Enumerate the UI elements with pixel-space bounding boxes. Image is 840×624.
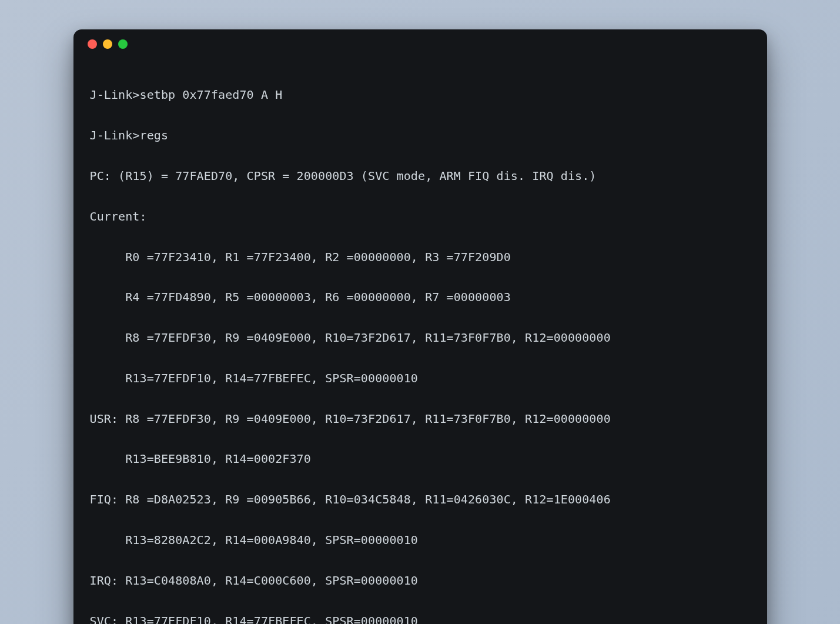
minimize-button[interactable] <box>103 39 112 49</box>
terminal-line: J-Link>setbp 0x77faed70 A H <box>90 85 751 105</box>
terminal-line: SVC: R13=77EFDF10, R14=77FBEFEC, SPSR=00… <box>90 611 751 624</box>
terminal-line: PC: (R15) = 77FAED70, CPSR = 200000D3 (S… <box>90 166 751 186</box>
terminal-line: USR: R8 =77EFDF30, R9 =0409E000, R10=73F… <box>90 409 751 429</box>
terminal-line: R13=77EFDF10, R14=77FBEFEC, SPSR=0000001… <box>90 368 751 388</box>
terminal-output[interactable]: J-Link>setbp 0x77faed70 A H J-Link>regs … <box>73 59 767 624</box>
terminal-line: FIQ: R8 =D8A02523, R9 =00905B66, R10=034… <box>90 489 751 509</box>
close-button[interactable] <box>88 39 97 49</box>
terminal-line: R13=BEE9B810, R14=0002F370 <box>90 449 751 469</box>
terminal-line: R13=8280A2C2, R14=000A9840, SPSR=0000001… <box>90 530 751 550</box>
terminal-line: R4 =77FD4890, R5 =00000003, R6 =00000000… <box>90 287 751 307</box>
maximize-button[interactable] <box>118 39 128 49</box>
terminal-window: J-Link>setbp 0x77faed70 A H J-Link>regs … <box>73 29 767 624</box>
terminal-line: J-Link>regs <box>90 125 751 145</box>
terminal-line: Current: <box>90 206 751 226</box>
terminal-line: R8 =77EFDF30, R9 =0409E000, R10=73F2D617… <box>90 328 751 348</box>
window-titlebar <box>73 29 767 59</box>
terminal-line: IRQ: R13=C04808A0, R14=C000C600, SPSR=00… <box>90 570 751 590</box>
terminal-line: R0 =77F23410, R1 =77F23400, R2 =00000000… <box>90 247 751 267</box>
